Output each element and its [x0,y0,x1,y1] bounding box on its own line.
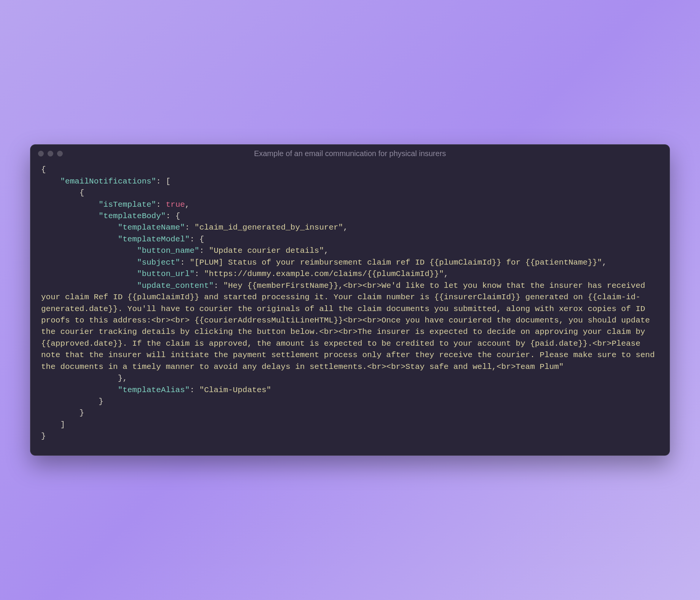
token-key: "templateBody" [99,212,165,220]
token-punc: : [190,386,199,394]
code-line: { [41,187,659,199]
token-punc: } [80,409,84,417]
token-punc: : [194,270,204,278]
token-punc: : [199,246,209,255]
token-key: "subject" [137,258,180,267]
token-punc: , [444,270,449,278]
token-punc: : { [166,212,180,220]
code-line: "templateName": "claim_id_generated_by_i… [41,222,659,233]
code-line: } [41,396,659,407]
token-key: "templateModel" [118,235,190,244]
token-key: "templateName" [118,223,185,232]
traffic-lights [38,151,63,156]
token-punc: , [185,200,190,209]
code-line: "isTemplate": true, [41,199,659,211]
traffic-minimize-icon[interactable] [48,151,53,156]
code-line: ] [41,419,659,431]
token-str: "[PLUM] Status of your reimbursement cla… [190,258,602,267]
token-punc: : [ [156,177,170,186]
token-key: "update_content" [137,281,214,290]
code-line: } [41,431,659,442]
token-str: "claim_id_generated_by_insurer" [194,223,343,232]
code-line: "templateBody": { [41,211,659,222]
token-punc: : [180,258,189,267]
token-key: "button_url" [137,270,194,278]
token-punc: } [41,432,46,440]
token-punc: }, [118,374,127,383]
token-str: "Claim-Updates" [199,386,271,394]
token-punc: , [324,246,329,255]
token-bool: true [166,200,185,209]
code-block[interactable]: { "emailNotifications": [ { "isTemplate"… [30,160,670,455]
token-key: "button_name" [137,246,199,255]
code-line: "subject": "[PLUM] Status of your reimbu… [41,257,659,268]
traffic-close-icon[interactable] [38,151,44,156]
code-line: "templateModel": { [41,234,659,245]
token-key: "templateAlias" [118,386,190,394]
token-punc: ] [60,420,65,429]
code-line: "button_name": "Update courier details", [41,245,659,257]
token-punc: } [99,397,103,406]
traffic-zoom-icon[interactable] [57,151,63,156]
token-punc: : { [190,235,204,244]
code-line: { [41,164,659,176]
window-titlebar: Example of an email communication for ph… [30,145,670,160]
token-punc: , [343,223,348,232]
token-str: "https://dummy.example.com/claims/{{plum… [204,270,444,278]
code-line: "emailNotifications": [ [41,176,659,187]
window-title: Example of an email communication for ph… [30,149,670,158]
code-line: }, [41,373,659,384]
token-punc: : [214,281,223,290]
code-line: "button_url": "https://dummy.example.com… [41,268,659,280]
code-window: Example of an email communication for ph… [30,144,670,456]
code-line: } [41,407,659,419]
token-key: "emailNotifications" [60,177,156,186]
token-str: "Hey {{memberFirstName}},<br><br>We'd li… [41,281,660,371]
token-key: "isTemplate" [99,200,156,209]
token-punc: { [41,165,46,174]
code-line: "update_content": "Hey {{memberFirstName… [41,280,659,373]
token-punc: : [156,200,165,209]
token-punc: : [185,223,194,232]
code-line: "templateAlias": "Claim-Updates" [41,385,659,396]
token-punc: { [80,188,84,197]
token-str: "Update courier details" [209,246,324,255]
token-punc: , [602,258,607,267]
